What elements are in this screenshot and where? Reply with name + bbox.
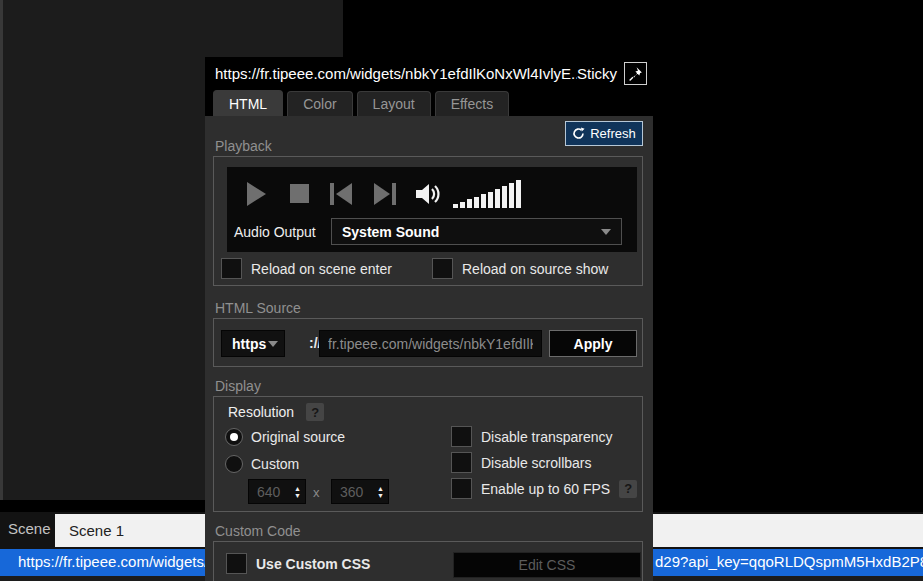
stop-button[interactable] (287, 180, 311, 208)
play-button[interactable] (244, 180, 268, 208)
original-source-radio[interactable] (225, 428, 243, 446)
protocol-select[interactable]: https (221, 330, 285, 357)
stepper-arrows-icon[interactable]: ▲▼ (377, 485, 384, 499)
source-url-right: d29?api_key=qqoRLDQspmM5HxdB2P8McP6 (655, 553, 923, 570)
reload-source-show-label: Reload on source show (462, 261, 608, 277)
app-window: Scene Scene 1 https://fr.tipeee.com/widg… (0, 0, 923, 581)
original-source-label: Original source (251, 429, 345, 445)
display-groupbox: Resolution ? Original source Custom 640 … (213, 396, 643, 512)
reload-scene-enter-checkbox[interactable] (221, 258, 242, 279)
skip-forward-button[interactable] (372, 180, 398, 208)
custom-code-section-label: Custom Code (215, 523, 301, 539)
dialog-body: Refresh Playback Audio Output Syst (205, 116, 653, 581)
disable-transparency-label: Disable transparency (481, 429, 613, 445)
protocol-value: https (232, 336, 266, 352)
chevron-down-icon (601, 229, 611, 235)
url-input[interactable] (319, 330, 542, 357)
enable-fps-label: Enable up to 60 FPS (481, 481, 610, 497)
html-source-section-label: HTML Source (215, 300, 301, 316)
original-source-row: Original source (225, 428, 345, 446)
apply-button[interactable]: Apply (549, 330, 637, 357)
width-stepper[interactable]: 640 ▲▼ (248, 479, 306, 504)
height-value: 360 (332, 484, 377, 500)
fps-help-icon[interactable]: ? (619, 480, 637, 498)
scene-label: Scene (8, 520, 51, 537)
reload-scene-enter-label: Reload on scene enter (251, 261, 392, 277)
disable-transparency-row: Disable transparency (451, 426, 613, 447)
pin-button[interactable] (624, 62, 647, 85)
stepper-arrows-icon[interactable]: ▲▼ (294, 485, 301, 499)
source-properties-dialog: https://fr.tipeee.com/widgets/nbkY1efdIl… (205, 57, 653, 581)
chevron-down-icon (268, 341, 278, 347)
tab-html[interactable]: HTML (213, 90, 283, 116)
use-custom-css-row: Use Custom CSS (226, 553, 370, 574)
audio-output-value: System Sound (342, 224, 439, 240)
refresh-button[interactable]: Refresh (565, 121, 643, 146)
custom-code-groupbox: Use Custom CSS Edit CSS (213, 541, 643, 581)
disable-transparency-checkbox[interactable] (451, 426, 472, 447)
edit-css-button[interactable]: Edit CSS (453, 552, 641, 578)
volume-level-bars[interactable] (453, 180, 533, 208)
reload-source-show-row: Reload on source show (432, 258, 608, 279)
dialog-title-bar: https://fr.tipeee.com/widgets/nbkY1efdIl… (205, 57, 653, 90)
skip-back-button[interactable] (328, 180, 354, 208)
enable-fps-checkbox[interactable] (451, 478, 472, 499)
width-value: 640 (249, 484, 294, 500)
resolution-help-icon[interactable]: ? (306, 403, 324, 421)
disable-scrollbars-row: Disable scrollbars (451, 452, 591, 473)
dialog-title: https://fr.tipeee.com/widgets/nbkY1efdIl… (215, 65, 577, 82)
speaker-icon[interactable] (413, 180, 441, 208)
reload-source-show-checkbox[interactable] (432, 258, 453, 279)
audio-output-label: Audio Output (234, 224, 316, 240)
tab-layout[interactable]: Layout (357, 91, 431, 116)
resolution-row: Resolution ? (228, 403, 324, 421)
height-stepper[interactable]: 360 ▲▼ (331, 479, 389, 504)
pin-icon (628, 66, 643, 81)
custom-resolution-label: Custom (251, 456, 299, 472)
playback-section-label: Playback (215, 138, 272, 154)
media-panel: Audio Output System Sound (227, 167, 637, 252)
playback-groupbox: Audio Output System Sound Reload on scen… (213, 156, 643, 286)
display-section-label: Display (215, 378, 261, 394)
refresh-icon (572, 127, 585, 140)
resolution-label: Resolution (228, 404, 294, 420)
tab-effects[interactable]: Effects (435, 91, 510, 116)
dimension-separator: x (313, 485, 320, 500)
disable-scrollbars-label: Disable scrollbars (481, 455, 591, 471)
html-source-groupbox: https :// Apply (213, 318, 643, 367)
tab-color[interactable]: Color (287, 91, 352, 116)
custom-resolution-radio[interactable] (225, 455, 243, 473)
sticky-label: Sticky (577, 65, 617, 82)
custom-resolution-row: Custom (225, 455, 299, 473)
use-custom-css-label: Use Custom CSS (256, 556, 370, 572)
source-url-left: https://fr.tipeee.com/widgets/n (18, 553, 216, 570)
tab-row: HTML Color Layout Effects (205, 90, 653, 116)
reload-scene-enter-row: Reload on scene enter (221, 258, 392, 279)
use-custom-css-checkbox[interactable] (226, 553, 247, 574)
enable-fps-row: Enable up to 60 FPS ? (451, 478, 637, 499)
disable-scrollbars-checkbox[interactable] (451, 452, 472, 473)
refresh-label: Refresh (590, 126, 636, 141)
audio-output-select[interactable]: System Sound (331, 218, 622, 245)
